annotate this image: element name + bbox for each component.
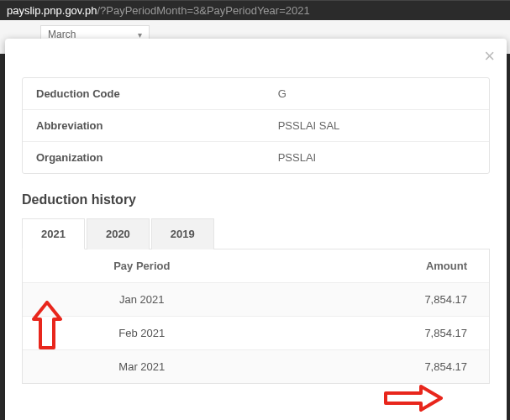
chevron-down-icon: ▾: [138, 30, 142, 39]
info-value: G: [278, 87, 476, 100]
cell-period: Mar 2021: [38, 360, 213, 373]
tab-2019[interactable]: 2019: [151, 218, 214, 249]
col-header-period: Pay Period: [38, 260, 213, 272]
cell-amount: 7,854.17: [213, 360, 474, 373]
info-row: Deduction Code G: [23, 78, 489, 109]
info-label: Organization: [36, 151, 278, 164]
table-row: Mar 2021 7,854.17: [23, 349, 489, 383]
table-row: Jan 2021 7,854.17: [23, 282, 489, 316]
info-row: Abbreviation PSSLAI SAL: [23, 109, 489, 141]
deduction-table: Pay Period Amount Jan 2021 7,854.17 Feb …: [22, 249, 490, 384]
year-tabs: 2021 2020 2019: [22, 218, 490, 249]
info-row: Organization PSSLAI: [23, 141, 489, 173]
deduction-info-card: Deduction Code G Abbreviation PSSLAI SAL…: [22, 77, 490, 174]
info-label: Abbreviation: [36, 119, 278, 132]
url-host: payslip.pnp.gov.ph: [7, 4, 97, 17]
deduction-detail-modal: × Deduction Code G Abbreviation PSSLAI S…: [5, 39, 507, 420]
info-value: PSSLAI: [278, 151, 476, 164]
col-header-amount: Amount: [213, 260, 474, 272]
section-title: Deduction history: [22, 192, 490, 207]
cell-period: Feb 2021: [38, 327, 213, 339]
close-icon[interactable]: ×: [484, 47, 495, 66]
info-value: PSSLAI SAL: [278, 119, 476, 132]
cell-amount: 7,854.17: [213, 293, 474, 306]
table-header-row: Pay Period Amount: [23, 249, 489, 282]
table-row: Feb 2021 7,854.17: [23, 316, 489, 349]
cell-amount: 7,854.17: [213, 327, 474, 339]
browser-url-bar[interactable]: payslip.pnp.gov.ph/?PayPeriodMonth=3&Pay…: [0, 0, 510, 20]
tab-2021[interactable]: 2021: [22, 218, 85, 249]
cell-period: Jan 2021: [38, 293, 213, 306]
info-label: Deduction Code: [36, 87, 278, 100]
url-path: /?PayPeriodMonth=3&PayPeriodYear=2021: [97, 4, 309, 17]
annotation-arrow-right-icon: [384, 385, 443, 412]
tab-2020[interactable]: 2020: [87, 218, 150, 249]
